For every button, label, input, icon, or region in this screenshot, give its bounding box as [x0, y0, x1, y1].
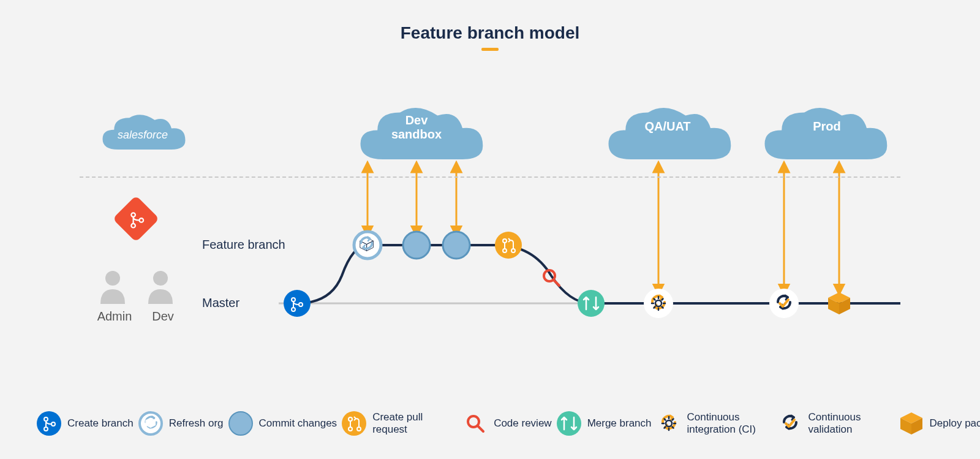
pull-request-icon — [342, 411, 366, 436]
legend-create-branch: Create branch — [37, 411, 134, 436]
legend-create-pull-request: Create pull request — [342, 411, 458, 436]
legend-ci: Continuous integration (CI) — [657, 411, 773, 436]
feature-branch-path — [297, 245, 591, 303]
git-icon — [113, 195, 159, 242]
check-cycle-icon — [778, 411, 802, 436]
diagram-svg — [0, 0, 980, 459]
legend: Create branch Refresh org Commit changes… — [37, 411, 943, 436]
legend-code-review: Code review — [463, 411, 552, 436]
arrow-group — [368, 167, 839, 290]
svg-point-12 — [495, 232, 522, 259]
legend-deploy: Deploy package — [899, 411, 980, 436]
node-cv — [769, 289, 799, 318]
node-ci — [644, 289, 673, 318]
node-pull-request — [495, 232, 522, 259]
legend-refresh-org: Refresh org — [138, 411, 224, 436]
legend-commit-changes: Commit changes — [228, 411, 337, 436]
cloud-label-salesforce: salesforce — [109, 129, 176, 142]
branch-icon — [37, 411, 61, 436]
cloud-label-prod: Prod — [790, 119, 864, 134]
svg-point-14 — [644, 289, 673, 318]
person-admin — [100, 271, 125, 304]
node-commit-2 — [443, 232, 470, 259]
cloud-label-dev-sandbox: Dev sandbox — [380, 113, 453, 142]
legend-merge-branch: Merge branch — [557, 411, 652, 436]
cloud-qa-uat — [609, 108, 731, 159]
svg-point-21 — [557, 411, 581, 436]
node-deploy-package — [828, 292, 850, 314]
node-create-branch — [284, 290, 311, 317]
svg-point-10 — [284, 290, 311, 317]
diagram-canvas: Feature branch model — [0, 0, 980, 459]
label-feature-branch: Feature branch — [202, 238, 285, 252]
label-master: Master — [202, 296, 239, 310]
svg-point-20 — [342, 411, 366, 436]
commit-icon — [228, 411, 253, 436]
node-refresh-org — [354, 232, 381, 259]
svg-point-13 — [578, 290, 605, 317]
divider — [80, 176, 900, 178]
magnifier-icon — [463, 411, 488, 436]
legend-cv: Continuous validation — [778, 411, 894, 436]
node-merge-branch — [578, 290, 605, 317]
gear-cycle-icon — [657, 411, 681, 436]
cloud-prod — [765, 108, 888, 159]
svg-rect-16 — [113, 195, 159, 242]
cube-refresh-icon — [138, 411, 163, 436]
merge-icon — [557, 411, 581, 436]
svg-point-19 — [229, 412, 252, 435]
node-commit-1 — [403, 232, 430, 259]
cloud-label-qa-uat: QA/UAT — [631, 119, 704, 134]
person-dev — [148, 271, 173, 304]
label-admin: Admin — [93, 309, 136, 324]
label-dev: Dev — [145, 309, 181, 324]
cube-icon — [899, 411, 924, 436]
